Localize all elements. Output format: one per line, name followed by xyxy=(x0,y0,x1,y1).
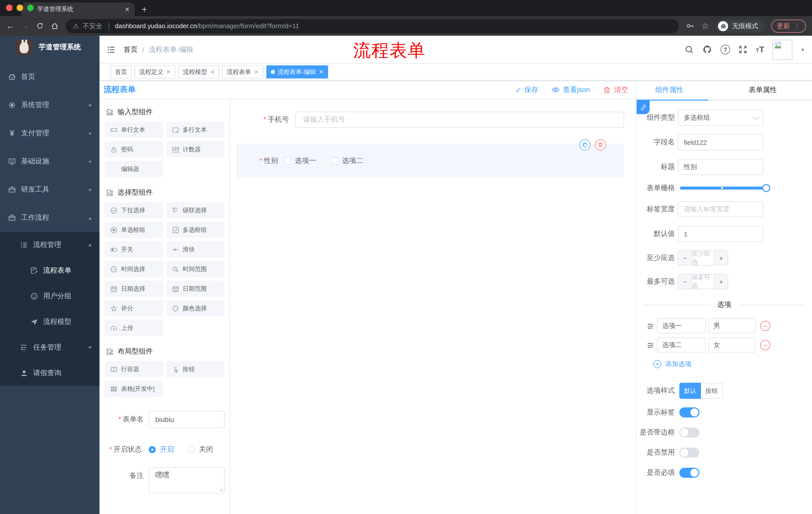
search-icon[interactable] xyxy=(685,45,694,54)
component-type-select[interactable]: 多选框组 xyxy=(678,110,763,126)
address-bar[interactable]: ⚠ 不安全 dashboard.yudao.iocoder.cn/bpm/man… xyxy=(66,19,679,33)
avatar-dropdown-caret-icon[interactable]: ▼ xyxy=(801,47,805,52)
option-label-input[interactable]: 选项一 xyxy=(657,318,705,333)
checkbox-unchecked-icon[interactable] xyxy=(284,157,291,164)
password-key-icon[interactable] xyxy=(686,22,694,30)
default-value-input[interactable]: 1 xyxy=(678,226,763,242)
tag-tab-process-form-edit[interactable]: 流程表单-编辑 ✕ xyxy=(266,65,328,78)
drag-handle-icon[interactable] xyxy=(647,322,654,330)
reload-icon[interactable] xyxy=(36,22,44,30)
tag-close-icon[interactable]: ✕ xyxy=(254,69,259,75)
breadcrumb-home[interactable]: 首页 xyxy=(124,45,138,54)
border-toggle[interactable] xyxy=(679,428,699,437)
component-select[interactable]: 下拉选择 xyxy=(105,202,163,218)
component-switch[interactable]: 开关 xyxy=(105,241,163,258)
component-counter[interactable]: 123计数器 xyxy=(166,141,225,157)
save-button[interactable]: ✓ 保存 xyxy=(515,85,538,94)
avatar[interactable] xyxy=(772,39,792,60)
sidebar-item-leave-query[interactable]: 请假查询 xyxy=(0,360,99,386)
duplicate-field-button[interactable] xyxy=(579,139,590,151)
tag-tab-process-model[interactable]: 流程模型 ✕ xyxy=(178,65,219,78)
sidebar-item-user-group[interactable]: 用户分组 xyxy=(0,283,99,309)
not-secure-warning-icon[interactable]: ⚠ xyxy=(73,22,79,30)
field-name-input[interactable]: field122 xyxy=(678,134,763,151)
sidebar-item-devtools[interactable]: 研发工具 ▼ xyxy=(0,175,99,204)
min-select-input[interactable]: 至少应选 xyxy=(691,251,715,265)
component-table-dev[interactable]: 表格[开发中] xyxy=(105,381,163,397)
checkbox-unchecked-icon[interactable] xyxy=(331,157,338,164)
component-editor[interactable]: 编辑器 xyxy=(105,161,163,177)
min-select-stepper[interactable]: − 至少应选 + xyxy=(678,250,728,266)
title-input[interactable]: 性别 xyxy=(678,159,763,175)
component-rate[interactable]: 评分 xyxy=(105,300,163,316)
tag-tab-home[interactable]: 首页 xyxy=(111,65,132,78)
gender-option-2[interactable]: 选项二 xyxy=(331,156,363,165)
clear-button[interactable]: 清空 xyxy=(603,85,628,94)
home-icon[interactable] xyxy=(51,22,59,30)
max-select-input[interactable]: 最多可选 xyxy=(691,275,715,289)
tag-tab-process-form[interactable]: 流程表单 ✕ xyxy=(222,65,263,78)
slider-track[interactable] xyxy=(680,187,769,190)
sidebar-item-process-mgmt[interactable]: 流程管理 ▲ xyxy=(0,232,99,258)
window-controls[interactable] xyxy=(6,4,34,11)
component-upload[interactable]: 上传 xyxy=(105,320,163,336)
new-tab-button[interactable]: + xyxy=(142,5,147,14)
component-button[interactable]: 按钮 xyxy=(166,361,225,377)
minimize-window-button[interactable] xyxy=(17,4,23,11)
fullscreen-icon[interactable] xyxy=(738,45,748,54)
sidebar-item-process-model[interactable]: 流程模型 xyxy=(0,309,99,334)
remove-option-button[interactable]: − xyxy=(760,340,770,350)
component-time-range[interactable]: 时间范围 xyxy=(166,261,225,277)
component-single-line-text[interactable]: 单行文本 xyxy=(105,122,163,138)
help-icon[interactable]: ? xyxy=(721,45,730,54)
remark-textarea[interactable]: 嘿嘿 xyxy=(149,467,225,493)
gender-option-1[interactable]: 选项一 xyxy=(284,156,316,165)
component-date-range[interactable]: 日期范围 xyxy=(166,281,225,297)
sidebar-item-workflow[interactable]: 工作流程 ▲ xyxy=(0,204,99,232)
browser-update-button[interactable]: 更新 ⋮ xyxy=(771,19,806,32)
component-checkbox-group[interactable]: 多选框组 xyxy=(166,222,225,238)
tag-close-icon[interactable]: ✕ xyxy=(319,69,323,75)
option-label-input[interactable]: 选项二 xyxy=(657,337,705,353)
slider-handle[interactable] xyxy=(762,184,770,192)
bookmark-star-icon[interactable]: ☆ xyxy=(701,22,709,30)
show-label-toggle[interactable] xyxy=(679,407,699,417)
back-icon[interactable]: ← xyxy=(6,22,14,30)
disabled-toggle[interactable] xyxy=(679,448,699,458)
tag-close-icon[interactable]: ✕ xyxy=(210,69,214,75)
form-grid-slider[interactable] xyxy=(680,184,769,192)
component-time-picker[interactable]: 时间选择 xyxy=(105,261,163,277)
component-slider[interactable]: 滑块 xyxy=(166,241,225,258)
style-button-button[interactable]: 按钮 xyxy=(701,383,723,399)
github-icon[interactable] xyxy=(702,44,713,55)
component-password[interactable]: 密码 xyxy=(105,141,163,157)
remove-option-button[interactable]: − xyxy=(760,321,770,331)
sidebar-item-task-mgmt[interactable]: 任务管理 ▼ xyxy=(0,334,99,360)
add-option-button[interactable]: + 添加选项 xyxy=(653,360,812,369)
tab-component-props[interactable]: 组件属性 xyxy=(637,80,702,100)
option-value-input[interactable]: 男 xyxy=(708,318,756,333)
drag-handle-icon[interactable] xyxy=(647,341,654,349)
component-cascader[interactable]: 级联选择 xyxy=(166,202,225,218)
required-toggle[interactable] xyxy=(679,468,699,478)
sidebar-fold-icon[interactable] xyxy=(107,45,116,54)
status-radio-on[interactable]: 开启 xyxy=(149,445,174,454)
form-name-input[interactable]: biubiu xyxy=(149,411,225,428)
component-color-picker[interactable]: 颜色选择 xyxy=(166,300,225,316)
font-size-icon[interactable]: TT xyxy=(756,45,764,55)
component-row-container[interactable]: 行容器 xyxy=(105,361,163,377)
sidebar-item-infra[interactable]: 基础设施 ▼ xyxy=(0,147,99,175)
plus-icon[interactable]: + xyxy=(715,275,728,289)
canvas-field-phone[interactable]: 手机号 请输入手机号 xyxy=(236,112,624,128)
tag-tab-process-definition[interactable]: 流程定义 ✕ xyxy=(135,65,175,78)
zoom-window-button[interactable] xyxy=(27,4,34,11)
option-value-input[interactable]: 女 xyxy=(708,337,756,353)
view-json-button[interactable]: 查看json xyxy=(551,85,590,94)
component-radio-group[interactable]: 单选框组 xyxy=(105,222,163,238)
field-link-tab[interactable] xyxy=(637,101,650,114)
canvas-field-gender-selected[interactable]: 性别 选项一 选项二 xyxy=(236,144,624,178)
phone-input[interactable]: 请输入手机号 xyxy=(295,112,624,128)
delete-field-button[interactable] xyxy=(595,139,606,151)
close-window-button[interactable] xyxy=(6,4,12,11)
sidebar-item-home[interactable]: 首页 xyxy=(0,63,99,91)
